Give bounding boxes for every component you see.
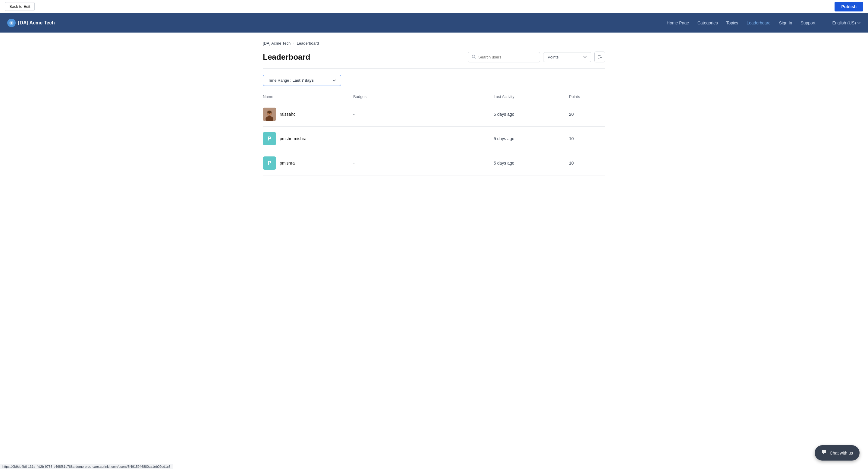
svg-point-9: [267, 111, 272, 114]
back-to-edit-button[interactable]: Back to Edit: [5, 2, 35, 11]
publish-button[interactable]: Publish: [835, 2, 863, 11]
logo-icon: [7, 19, 16, 27]
nav-categories[interactable]: Categories: [698, 21, 718, 25]
page-header: Leaderboard Points: [263, 52, 605, 62]
time-range-value: Last 7 days: [292, 78, 314, 83]
breadcrumb: [DA] Acme Tech › Leaderboard: [263, 41, 605, 45]
leaderboard-table: raissahc - 5 days ago 20 P pmshr_mishra …: [263, 102, 605, 176]
page-title: Leaderboard: [263, 53, 310, 62]
badges-cell: -: [353, 112, 494, 117]
username: pmshr_mishra: [280, 136, 307, 141]
time-range-prefix: Time Range : Last 7 days: [268, 78, 314, 83]
main-content: [DA] Acme Tech › Leaderboard Leaderboard…: [253, 33, 615, 184]
search-box: [468, 52, 540, 62]
table-row[interactable]: P pmshr_mishra - 5 days ago 10: [263, 127, 605, 151]
nav-support[interactable]: Support: [801, 21, 815, 25]
last-activity-cell: 5 days ago: [494, 112, 569, 117]
nav-leaderboard[interactable]: Leaderboard: [747, 21, 770, 25]
badges-cell: -: [353, 136, 494, 141]
last-activity-cell: 5 days ago: [494, 136, 569, 141]
user-cell: raissahc: [263, 107, 353, 121]
username: pmishra: [280, 161, 295, 165]
points-cell: 10: [569, 136, 605, 141]
avatar: [263, 107, 276, 121]
table-row[interactable]: raissahc - 5 days ago 20: [263, 102, 605, 127]
points-cell: 10: [569, 161, 605, 165]
svg-point-1: [472, 55, 475, 58]
points-cell: 20: [569, 112, 605, 117]
table-header: Name Badges Last Activity Points: [263, 94, 605, 102]
navigation-bar: [DA] Acme Tech Home Page Categories Topi…: [0, 13, 868, 33]
breadcrumb-separator: ›: [293, 41, 294, 45]
breadcrumb-current: Leaderboard: [297, 41, 319, 45]
search-icon: [472, 55, 476, 60]
col-badges: Badges: [353, 94, 494, 99]
breadcrumb-root[interactable]: [DA] Acme Tech: [263, 41, 290, 45]
username: raissahc: [280, 112, 296, 117]
sort-button[interactable]: [594, 52, 605, 62]
site-name: [DA] Acme Tech: [18, 20, 55, 26]
points-label: Points: [548, 55, 558, 59]
time-range-label: Time Range :: [268, 78, 292, 83]
search-input[interactable]: [478, 55, 536, 59]
nav-signin[interactable]: Sign In: [779, 21, 792, 25]
time-range-selector[interactable]: Time Range : Last 7 days: [263, 75, 341, 86]
header-controls: Points: [468, 52, 605, 62]
user-cell: P pmishra: [263, 156, 353, 170]
top-bar: Back to Edit Publish: [0, 0, 868, 13]
nav-home[interactable]: Home Page: [667, 21, 689, 25]
col-last-activity: Last Activity: [494, 94, 569, 99]
badges-cell: -: [353, 161, 494, 165]
language-selector[interactable]: English (US): [832, 21, 861, 25]
nav-links: Home Page Categories Topics Leaderboard …: [667, 21, 861, 25]
table-row[interactable]: P pmishra - 5 days ago 10: [263, 151, 605, 176]
header-divider: [263, 68, 605, 69]
points-dropdown[interactable]: Points: [543, 52, 591, 62]
site-logo: [DA] Acme Tech: [7, 19, 55, 27]
col-name: Name: [263, 94, 353, 99]
nav-topics[interactable]: Topics: [726, 21, 738, 25]
user-cell: P pmshr_mishra: [263, 132, 353, 145]
language-label: English (US): [832, 21, 856, 25]
col-points: Points: [569, 94, 605, 99]
avatar: P: [263, 156, 276, 170]
avatar: P: [263, 132, 276, 145]
last-activity-cell: 5 days ago: [494, 161, 569, 165]
